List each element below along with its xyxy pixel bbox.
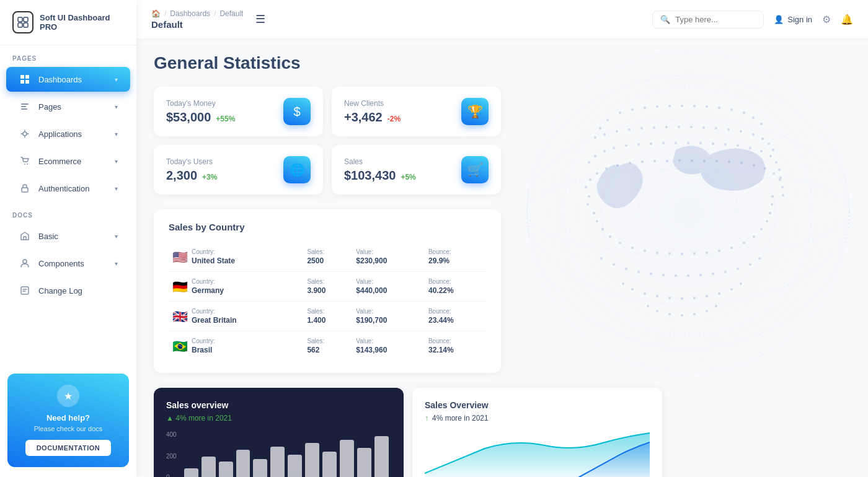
- svg-point-15: [23, 260, 27, 263]
- main-content: 🏠 / Dashboards / Default Default ☰ 🔍 👤 S…: [136, 0, 868, 477]
- value-cell: Value: $440,000: [352, 272, 425, 302]
- sidebar-item-ecommerce[interactable]: Ecommerce ▾: [6, 149, 130, 173]
- user-icon: 👤: [774, 15, 784, 24]
- svg-point-12: [24, 164, 25, 165]
- bounce-cell: Bounce: 32.14%: [425, 331, 486, 361]
- settings-icon[interactable]: ⚙: [822, 14, 831, 25]
- users-icon: 🌐: [283, 156, 311, 183]
- search-box[interactable]: 🔍: [652, 11, 764, 28]
- table-row: 🇧🇷 Country: Brasil Sales: 562 Value: $14…: [169, 331, 486, 361]
- breadcrumb-dashboards: Dashboards: [170, 9, 210, 18]
- value-cell: Value: $143,960: [352, 331, 425, 361]
- bar-chart-title: Sales overview: [166, 400, 391, 410]
- dashboards-icon: [19, 73, 31, 85]
- help-star-icon: ★: [57, 385, 79, 407]
- sidebar-item-components[interactable]: Components ▾: [6, 251, 130, 276]
- sidebar-label-changelog: Change Log: [38, 286, 118, 295]
- stat-value-money: $53,000: [166, 110, 211, 125]
- bar: [357, 448, 371, 477]
- y-label-0: 0: [166, 474, 177, 477]
- table-row: 🇩🇪 Country: Germany Sales: 3.900 Value: …: [169, 272, 486, 302]
- stat-change-clients: -2%: [388, 115, 401, 123]
- basic-arrow: ▾: [115, 233, 118, 240]
- help-subtitle: Please check our docs: [17, 425, 119, 432]
- content-area: General Statistics Today's Money $53,000…: [136, 38, 868, 477]
- value-cell: Value: $230,900: [352, 242, 425, 272]
- sales-cell: Sales: 562: [303, 331, 352, 361]
- y-label-400: 400: [166, 431, 177, 438]
- bell-icon[interactable]: 🔔: [841, 14, 853, 25]
- hamburger-button[interactable]: ☰: [255, 12, 265, 26]
- sidebar-label-applications: Applications: [38, 129, 107, 139]
- sidebar: Soft UI Dashboard PRO PAGES Dashboards ▾…: [0, 0, 136, 477]
- svg-rect-3: [24, 23, 28, 27]
- flag-icon: 🇺🇸: [172, 250, 188, 265]
- sales-cell: Sales: 1.400: [303, 302, 352, 331]
- flag-cell: 🇬🇧 Country: Great Britain: [169, 302, 303, 331]
- sales-cell: Sales: 2500: [303, 242, 352, 272]
- search-input[interactable]: [675, 15, 756, 24]
- ecommerce-arrow: ▾: [115, 158, 118, 165]
- bar: [253, 459, 267, 477]
- line-chart-card: Sales Overview ↑ 4% more in 2021: [412, 388, 662, 477]
- sales-icon: 🛒: [461, 156, 489, 183]
- changelog-icon: [19, 284, 31, 297]
- value-cell: Value: $190,700: [352, 302, 425, 331]
- sidebar-label-dashboards: Dashboards: [38, 75, 107, 84]
- svg-rect-10: [21, 108, 27, 110]
- svg-rect-0: [18, 17, 22, 22]
- sidebar-help-box: ★ Need help? Please check our docs DOCUM…: [7, 374, 129, 467]
- sidebar-item-applications[interactable]: Applications ▾: [6, 121, 130, 146]
- signin-button[interactable]: 👤 Sign in: [774, 15, 812, 24]
- bounce-cell: Bounce: 40.22%: [425, 272, 486, 302]
- money-icon: $: [283, 98, 311, 125]
- authentication-icon: [19, 182, 31, 195]
- signin-label: Sign in: [787, 15, 812, 24]
- svg-point-11: [23, 132, 27, 136]
- sidebar-item-basic[interactable]: Basic ▾: [6, 224, 130, 248]
- sales-sub-text: 4% more in 2021: [432, 414, 489, 422]
- bar: [236, 450, 250, 477]
- flag-icon: 🇧🇷: [172, 339, 188, 354]
- pages-icon: [19, 100, 31, 113]
- bar: [288, 455, 302, 477]
- sales-by-country-card: Sales by Country 🇺🇸 Country: United Stat…: [154, 209, 501, 373]
- sidebar-item-pages[interactable]: Pages ▾: [6, 94, 130, 119]
- stat-label-money: Today's Money: [166, 99, 235, 108]
- flag-cell: 🇺🇸 Country: United State: [169, 242, 303, 272]
- bar-chart-bars: [182, 431, 391, 477]
- stat-card-money: Today's Money $53,000 +55% $: [154, 87, 323, 136]
- search-icon: 🔍: [660, 15, 670, 24]
- sidebar-item-authentication[interactable]: Authentication ▾: [6, 176, 130, 201]
- content-inner: General Statistics Today's Money $53,000…: [136, 38, 868, 477]
- svg-rect-5: [25, 75, 29, 79]
- sidebar-item-changelog[interactable]: Change Log: [6, 278, 130, 303]
- breadcrumb-current-top: Default: [219, 9, 243, 18]
- flag-cell: 🇧🇷 Country: Brasil: [169, 331, 303, 361]
- documentation-button[interactable]: DOCUMENTATION: [25, 440, 112, 456]
- sidebar-item-dashboards[interactable]: Dashboards ▾: [6, 67, 130, 92]
- bar-chart-card: Sales overview ▲ 4% more in 2021 400 200…: [154, 388, 404, 477]
- stats-grid: Today's Money $53,000 +55% $ New Clients…: [154, 87, 501, 195]
- pages-section-label: PAGES: [0, 45, 136, 66]
- svg-rect-6: [20, 80, 24, 84]
- svg-rect-16: [21, 287, 29, 294]
- bar-chart-sub: ▲ 4% more in 2021: [166, 414, 391, 422]
- bar: [374, 436, 389, 477]
- stat-card-clients: New Clients +3,462 -2% 🏆: [332, 87, 501, 136]
- bar: [340, 440, 354, 477]
- sidebar-label-pages: Pages: [38, 102, 107, 112]
- bar: [305, 443, 319, 477]
- country-table: 🇺🇸 Country: United State Sales: 2500 Val…: [169, 242, 486, 361]
- sidebar-label-ecommerce: Ecommerce: [38, 157, 107, 166]
- bar: [219, 462, 233, 477]
- stat-card-sales: Sales $103,430 +5% 🛒: [332, 145, 501, 195]
- y-axis-labels: 400 200 0: [166, 431, 177, 477]
- clients-icon: 🏆: [461, 98, 489, 125]
- svg-rect-4: [20, 75, 24, 79]
- components-arrow: ▾: [115, 260, 118, 267]
- svg-rect-2: [18, 23, 22, 27]
- line-chart-area: [425, 430, 650, 477]
- authentication-arrow: ▾: [115, 185, 118, 192]
- applications-icon: [19, 128, 31, 140]
